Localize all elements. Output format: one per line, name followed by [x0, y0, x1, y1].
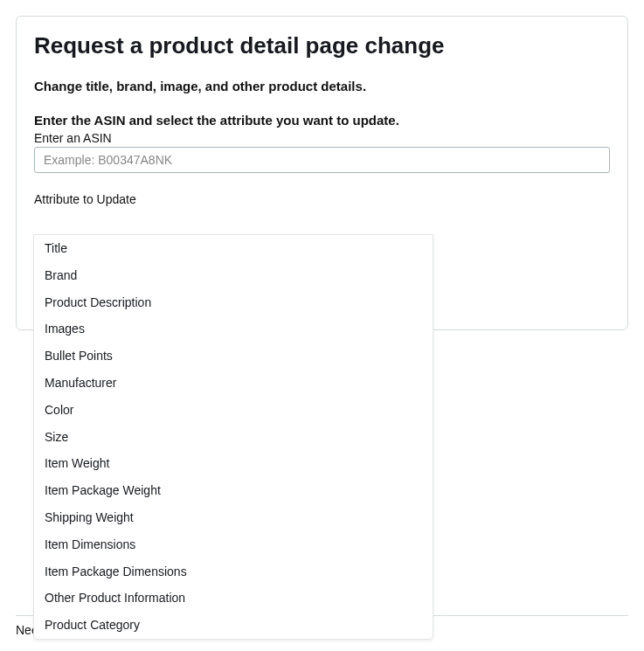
subtitle: Change title, brand, image, and other pr… [34, 79, 610, 93]
page-title: Request a product detail page change [34, 32, 610, 59]
asin-input[interactable] [34, 147, 610, 173]
dropdown-option[interactable]: Product Description [34, 289, 433, 316]
dropdown-option[interactable]: Images [34, 315, 433, 343]
dropdown-option[interactable]: Title [34, 235, 433, 262]
dropdown-option[interactable]: Manufacturer [34, 370, 433, 397]
attribute-dropdown-list[interactable]: Title Brand Product Description Images B… [33, 234, 433, 640]
dropdown-option[interactable]: Brand [34, 262, 433, 289]
dropdown-option[interactable]: Item Dimensions [34, 531, 433, 558]
dropdown-option[interactable]: Item Package Weight [34, 477, 433, 504]
dropdown-option[interactable]: Item Package Dimensions [34, 558, 433, 585]
dropdown-option[interactable]: Size [34, 424, 433, 451]
attribute-label: Attribute to Update [34, 192, 610, 206]
dropdown-option[interactable]: Item Weight [34, 450, 433, 477]
dropdown-option[interactable]: Color [34, 397, 433, 424]
instruction: Enter the ASIN and select the attribute … [34, 113, 610, 128]
dropdown-option[interactable]: Product Category [34, 612, 433, 639]
dropdown-option[interactable]: Shipping Weight [34, 504, 433, 531]
asin-label: Enter an ASIN [34, 131, 610, 145]
dropdown-option[interactable]: Bullet Points [34, 343, 433, 370]
dropdown-option[interactable]: Other Product Information [34, 585, 433, 612]
